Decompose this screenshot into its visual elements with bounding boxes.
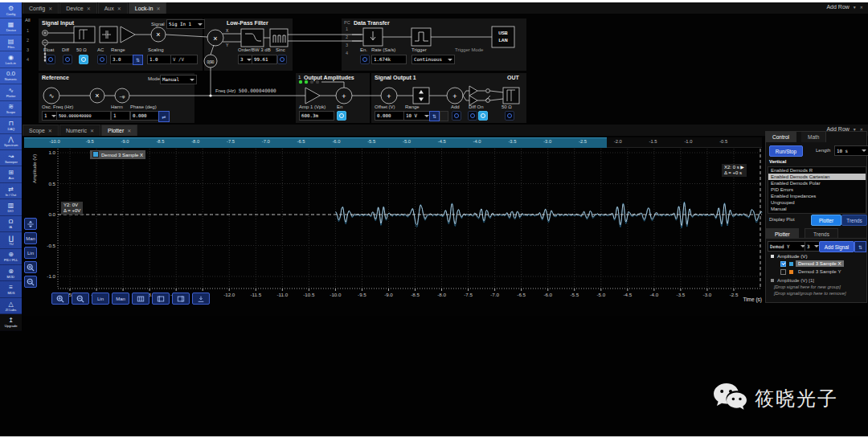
x-zoom-out-button[interactable]: [72, 293, 89, 305]
sinc-toggle[interactable]: [277, 55, 287, 64]
preset-enabled-demods-cartesian[interactable]: Enabled Demods Cartesian: [768, 174, 866, 180]
float-toggle[interactable]: [46, 55, 55, 64]
sidebar-item-spectrum[interactable]: ⋀Spectrum: [0, 134, 22, 150]
scaling-field[interactable]: 1.0: [147, 55, 172, 64]
y-scale-man-button[interactable]: Man: [24, 232, 37, 244]
export-button[interactable]: [192, 293, 210, 305]
sidebar-item-tu[interactable]: ∐TU: [0, 232, 22, 248]
y-scale-lin-button[interactable]: Lin: [24, 247, 37, 259]
amp-en-toggle[interactable]: [337, 111, 346, 121]
sidebar-item-aux[interactable]: ⊞Aux: [0, 166, 22, 182]
sidebar-item-lock-in[interactable]: ◉Lock-in: [0, 51, 22, 68]
run-stop-button[interactable]: Run/Stop: [769, 145, 803, 157]
row2-tab-scope[interactable]: Scope✕: [23, 125, 59, 136]
plot-legend[interactable]: Demod 3 Sample X: [90, 150, 145, 159]
row1-tab-aux[interactable]: Aux✕: [98, 2, 128, 14]
phase-field[interactable]: 0.000: [130, 111, 160, 121]
preset-ungrouped[interactable]: Ungrouped: [768, 199, 866, 206]
close-icon[interactable]: ✕: [90, 128, 94, 133]
row2-tab-plotter[interactable]: Plotter✕: [101, 125, 137, 136]
add-signal-button[interactable]: Add Signal: [819, 241, 854, 252]
range-field[interactable]: 3.0: [110, 55, 135, 64]
fifty-ohm-toggle[interactable]: [79, 55, 88, 64]
close-icon[interactable]: ✕: [48, 6, 52, 11]
demod3-y-item[interactable]: Demod 3 Sample Y: [796, 268, 844, 275]
row1-tab-config[interactable]: Config✕: [23, 2, 59, 14]
sidebar-item-sweeper[interactable]: ↝Sweeper: [0, 150, 22, 166]
sidebar-item-ia[interactable]: ΩIA: [0, 216, 22, 232]
length-select[interactable]: 10 s: [834, 145, 868, 156]
x-zoom-in-button[interactable]: [51, 293, 69, 305]
sidebar-item-device[interactable]: ▦Device: [0, 18, 22, 35]
y-autoscale-button[interactable]: [24, 218, 37, 230]
out-range-select[interactable]: 10 V: [403, 111, 432, 121]
sidebar-item-upgrade[interactable]: ↥Upgrade: [0, 314, 22, 330]
out-fifty-ohm-toggle[interactable]: [505, 111, 514, 121]
rate-field[interactable]: 1.674k: [371, 55, 407, 64]
offset-field[interactable]: 0.000: [375, 111, 404, 121]
trigger-select[interactable]: Continuous: [411, 55, 455, 64]
row2-tab-numeric[interactable]: Numeric✕: [59, 125, 100, 136]
sidebar-item-mod[interactable]: ⊗MOD: [0, 265, 22, 281]
close-icon[interactable]: ✕: [127, 128, 131, 133]
signal-group-1[interactable]: Amplitude (V): [777, 253, 807, 259]
sidebar-item-dio[interactable]: ▥DIO: [0, 199, 22, 215]
add-toggle[interactable]: [452, 111, 461, 121]
left-cursor-button[interactable]: [152, 293, 170, 305]
row1-tab-device[interactable]: Device✕: [59, 2, 96, 14]
range-auto-button[interactable]: ⇅: [133, 55, 143, 65]
row-number-3[interactable]: 3: [346, 43, 348, 47]
row1-tab-lock-in[interactable]: Lock-in✕: [129, 2, 167, 14]
demod3-y-checkbox[interactable]: [780, 269, 786, 275]
x-scale-man-button[interactable]: Man: [112, 293, 129, 305]
tab-control[interactable]: Control: [766, 132, 796, 142]
ac-toggle[interactable]: [97, 55, 107, 64]
right-cursor-button[interactable]: [172, 293, 190, 305]
preset-enabled-impedances[interactable]: Enabled Impedances: [768, 193, 866, 199]
y-zoom-out-button[interactable]: [24, 276, 37, 288]
osc-freq-field[interactable]: 500.000040000: [56, 111, 111, 121]
y-zoom-in-button[interactable]: [24, 261, 37, 273]
full-scale-button[interactable]: [132, 293, 149, 305]
mode-select[interactable]: Manual: [160, 75, 197, 84]
close-icon[interactable]: ✕: [117, 6, 121, 11]
signal-group-2[interactable]: Amplitude (V) [1]: [777, 277, 814, 283]
sidebar-item-numeric[interactable]: 0.0Numeric: [0, 68, 22, 84]
sidebar-item-mds[interactable]: ≡MDS: [0, 281, 22, 297]
close-icon[interactable]: ✕: [48, 128, 52, 133]
plot-canvas[interactable]: -15.0-14.5-14.0-13.5-13.0-12.5-12.0-11.5…: [23, 147, 764, 308]
close-icon[interactable]: ✕: [87, 6, 91, 11]
amp1-field[interactable]: 600.3m: [299, 111, 334, 121]
row1-add-row-button[interactable]: Add Row ▼ ✕: [826, 4, 863, 10]
diff-on-toggle-right[interactable]: [478, 111, 488, 121]
auto-phase-button[interactable]: ⇄: [158, 111, 170, 122]
row-number-2[interactable]: 2: [346, 35, 348, 39]
row-number-4[interactable]: 4: [346, 51, 348, 55]
signal-select[interactable]: Sig In 1: [166, 19, 205, 29]
demod3-x-item[interactable]: Demod 3 Sample X: [796, 260, 844, 267]
preset-enabled-demods-polar[interactable]: Enabled Demods Polar: [768, 180, 866, 186]
display-plotter-button[interactable]: Plotter: [811, 215, 841, 226]
diff-toggle[interactable]: [63, 55, 72, 64]
signal-sort-button[interactable]: ⇅: [854, 241, 866, 252]
preset-pid-errors[interactable]: PID Errors: [768, 186, 866, 193]
tab-math[interactable]: Math: [801, 132, 826, 142]
sidebar-item-plotter[interactable]: ∿Plotter: [0, 84, 22, 100]
harm-field[interactable]: 1: [111, 111, 130, 121]
preset-enabled-demods-r[interactable]: Enabled Demods R: [768, 167, 866, 174]
y2-cursor-readout[interactable]: Y2: 0VΔ = +0V: [61, 202, 83, 215]
en-toggle[interactable]: [360, 55, 370, 64]
sidebar-item-scope[interactable]: ≋Scope: [0, 101, 22, 117]
row-close-icon[interactable]: ✕: [860, 5, 863, 10]
sidebar-item-files[interactable]: ▤Files: [0, 35, 22, 51]
close-icon[interactable]: ✕: [156, 6, 160, 11]
sidebar-item-pid-pll[interactable]: ⊕PID / PLL: [0, 249, 22, 265]
x2-cursor-readout[interactable]: X2: 0 s ▶Δ = +0 s: [722, 164, 747, 177]
preset-manual[interactable]: Manual: [768, 206, 866, 212]
row-number-1[interactable]: 1: [346, 27, 348, 31]
out-range-auto-button[interactable]: ⇅: [429, 111, 440, 121]
display-trends-button[interactable]: Trends: [841, 215, 867, 226]
sidebar-item-zi-labs[interactable]: △ZI Labs: [0, 298, 22, 314]
sidebar-item-config[interactable]: ⚙Config: [0, 2, 22, 18]
filter-bw-field[interactable]: 99.61: [252, 55, 277, 64]
